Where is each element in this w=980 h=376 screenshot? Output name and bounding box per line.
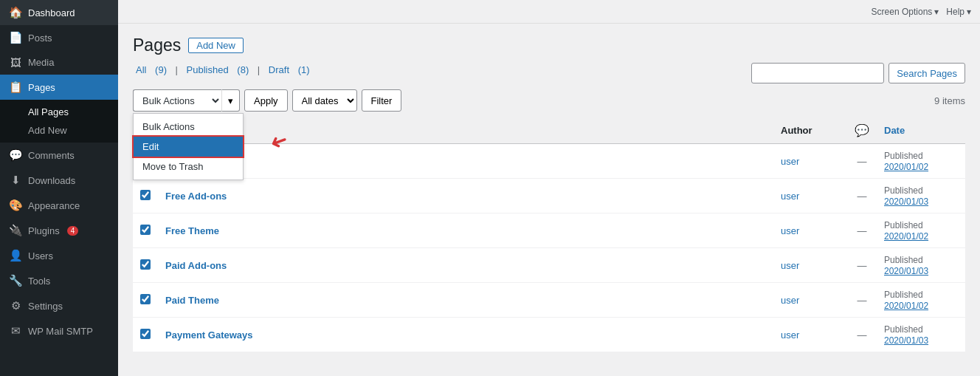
date-link[interactable]: 2020/01/03	[884, 196, 928, 207]
screen-options-chevron-icon: ▾	[934, 7, 939, 17]
date-status: Published	[884, 324, 923, 335]
sidebar-item-label: WP Mail SMTP	[28, 326, 93, 337]
plugins-badge: 4	[67, 226, 79, 236]
dropdown-item-move-to-trash[interactable]: Move to Trash	[134, 157, 243, 177]
filter-draft-link[interactable]: Draft (1)	[266, 64, 313, 75]
sidebar-item-label: Users	[28, 250, 53, 262]
bulk-actions-dropdown: Bulk Actions Edit ➜ Move to Trash	[133, 113, 244, 180]
page-title-link[interactable]: Paid Add-ons	[165, 260, 227, 271]
all-pages-label: All Pages	[28, 106, 69, 117]
author-link[interactable]: user	[781, 225, 799, 236]
row-comments: —	[847, 248, 877, 283]
bulk-chevron-button[interactable]: ▾	[221, 89, 240, 112]
filter-links: All (9) | Published (8) | Draft (1)	[133, 64, 313, 75]
page-title-link[interactable]: Free Theme	[165, 225, 219, 236]
row-author: user	[773, 248, 847, 283]
sidebar-item-label: Dashboard	[28, 7, 75, 18]
posts-icon: 📄	[9, 31, 22, 44]
sidebar-item-dashboard[interactable]: 🏠 Dashboard	[0, 0, 118, 25]
sidebar-item-label: Appearance	[28, 200, 80, 211]
help-chevron-icon: ▾	[967, 7, 971, 17]
search-pages-button[interactable]: Search Pages	[888, 63, 965, 83]
row-author: user	[773, 213, 847, 248]
sidebar-item-media[interactable]: 🖼 Media	[0, 50, 118, 75]
row-cb	[133, 179, 158, 213]
pages-icon: 📋	[9, 81, 22, 94]
date-status: Published	[884, 290, 923, 300]
dropdown-item-edit[interactable]: Edit ➜	[134, 137, 243, 157]
sidebar-sub-add-new[interactable]: Add New	[0, 121, 118, 140]
row-date: Published 2020/01/02	[877, 144, 965, 179]
row-date: Published 2020/01/02	[877, 213, 965, 248]
filter-all-link[interactable]: All (9)	[133, 64, 173, 75]
row-comments: —	[847, 318, 877, 352]
search-area: Search Pages	[751, 63, 965, 83]
row-title: Free Add-ons	[158, 179, 773, 213]
sidebar-item-appearance[interactable]: 🎨 Appearance	[0, 193, 118, 218]
row-title: Payment Gateways	[158, 318, 773, 352]
page-title-link[interactable]: Paid Theme	[165, 295, 219, 306]
date-link[interactable]: 2020/01/02	[884, 301, 928, 311]
row-checkbox[interactable]	[140, 259, 151, 270]
add-new-label: Add New	[28, 125, 67, 136]
items-count: 9 items	[934, 95, 965, 106]
col-header-author: Author	[773, 117, 847, 144]
media-icon: 🖼	[9, 56, 22, 69]
row-checkbox[interactable]	[140, 329, 151, 339]
row-checkbox[interactable]	[140, 190, 151, 200]
row-checkbox[interactable]	[140, 294, 151, 304]
sidebar-item-users[interactable]: 👤 Users	[0, 243, 118, 268]
sidebar-item-downloads[interactable]: ⬇ Downloads	[0, 168, 118, 193]
sidebar-item-label: Plugins	[28, 225, 60, 236]
row-checkbox[interactable]	[140, 225, 151, 235]
date-link[interactable]: 2020/01/02	[884, 162, 928, 172]
screen-options-button[interactable]: Screen Options ▾	[872, 7, 939, 17]
table-row: Paid Add-ons user — Published 2020/01/03	[133, 248, 965, 283]
sidebar-item-wpmail[interactable]: ✉ WP Mail SMTP	[0, 318, 118, 343]
add-new-button[interactable]: Add New	[188, 38, 244, 53]
help-label: Help	[946, 7, 965, 17]
sidebar-item-label: Tools	[28, 276, 50, 287]
comments-icon: 💬	[9, 148, 22, 162]
author-link[interactable]: user	[781, 260, 799, 271]
author-link[interactable]: user	[781, 191, 799, 202]
page-title-link[interactable]: Free Add-ons	[165, 191, 227, 202]
sidebar-item-label: Downloads	[28, 175, 75, 186]
apply-button[interactable]: Apply	[244, 89, 288, 112]
page-title-link[interactable]: Payment Gateways	[165, 329, 253, 341]
date-status: Published	[884, 151, 923, 161]
sidebar-item-posts[interactable]: 📄 Posts	[0, 25, 118, 50]
date-link[interactable]: 2020/01/03	[884, 335, 928, 346]
row-title: Add-ons	[158, 144, 773, 179]
date-filter-select[interactable]: All dates	[292, 89, 357, 112]
sidebar-item-settings[interactable]: ⚙ Settings	[0, 293, 118, 318]
author-link[interactable]: user	[781, 329, 799, 341]
sidebar-sub-all-pages[interactable]: All Pages	[0, 103, 118, 121]
page-title: Pages	[133, 35, 181, 55]
topbar: Screen Options ▾ Help ▾	[118, 0, 980, 24]
sidebar-item-plugins[interactable]: 🔌 Plugins 4	[0, 218, 118, 243]
date-link[interactable]: 2020/01/03	[884, 266, 928, 276]
search-input[interactable]	[751, 63, 884, 83]
col-header-date[interactable]: Date	[877, 117, 965, 144]
users-icon: 👤	[9, 249, 22, 262]
filter-published-link[interactable]: Published (8)	[184, 64, 255, 75]
pages-table: Title Author 💬 Date	[133, 117, 965, 352]
sidebar-item-comments[interactable]: 💬 Comments	[0, 143, 118, 168]
table-row: Paid Theme user — Published 2020/01/02	[133, 283, 965, 318]
row-author: user	[773, 283, 847, 318]
date-link[interactable]: 2020/01/02	[884, 231, 928, 242]
sidebar-item-pages[interactable]: 📋 Pages	[0, 75, 118, 100]
author-link[interactable]: user	[781, 156, 799, 167]
dropdown-item-bulk-actions[interactable]: Bulk Actions	[134, 117, 243, 137]
help-button[interactable]: Help ▾	[946, 7, 971, 17]
author-link[interactable]: user	[781, 295, 799, 306]
tools-icon: 🔧	[9, 274, 22, 287]
comment-dash: —	[858, 260, 867, 271]
comment-dash: —	[858, 329, 867, 341]
bulk-actions-select[interactable]: Bulk Actions Edit Move to Trash	[133, 89, 221, 112]
plugins-icon: 🔌	[9, 224, 22, 237]
pages-submenu: All Pages Add New	[0, 100, 118, 143]
filter-button[interactable]: Filter	[362, 89, 402, 112]
sidebar-item-tools[interactable]: 🔧 Tools	[0, 268, 118, 293]
